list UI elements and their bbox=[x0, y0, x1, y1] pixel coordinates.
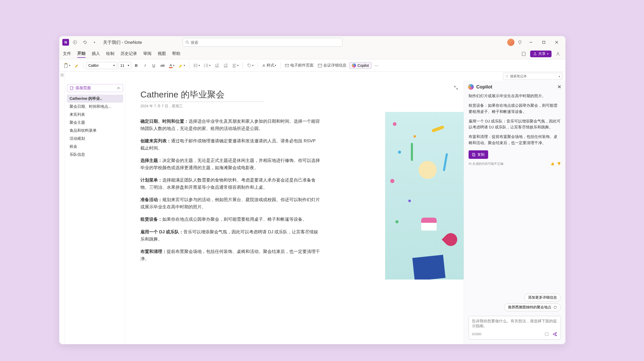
tag-button[interactable]: ▾ bbox=[245, 61, 255, 70]
copilot-conversation[interactable]: 制作幻灯片或展示毕业生在高中时期的照片。 租赁设备：如果你在地点或公园举办聚会，… bbox=[464, 93, 565, 292]
note-body[interactable]: 确定日期、时间和位置：选择适合毕业学生及其朋友和家人参加的日期和时间。选择一个能… bbox=[140, 118, 321, 262]
share-icon bbox=[533, 52, 537, 56]
global-search-input[interactable] bbox=[191, 40, 340, 45]
tab-home[interactable]: 开始 bbox=[77, 50, 86, 58]
format-painter[interactable] bbox=[73, 61, 81, 70]
align-button[interactable]: ▾ bbox=[231, 61, 240, 70]
note-paragraph[interactable]: 确定日期、时间和位置：选择适合毕业学生及其朋友和家人参加的日期和时间。选择一个能… bbox=[140, 118, 321, 132]
note-title[interactable]: Catherine 的毕业聚会 bbox=[140, 89, 456, 101]
party-image[interactable] bbox=[385, 112, 464, 280]
font-family-select[interactable]: Calibri▾ bbox=[86, 62, 117, 69]
note-paragraph[interactable]: 创建来宾列表：通过电子邮件或物理邀请确定要邀请和发送邀请的人员。请务必包括 RS… bbox=[140, 137, 321, 152]
svg-point-8 bbox=[194, 64, 195, 64]
styles-button[interactable]: A 样式▾ bbox=[260, 61, 278, 70]
italic-button[interactable]: I bbox=[141, 61, 149, 70]
tab-file[interactable]: 文件 bbox=[63, 50, 71, 58]
page-list-item[interactable]: 租金 bbox=[67, 143, 123, 151]
svg-text:A: A bbox=[262, 63, 265, 68]
indent-button[interactable] bbox=[222, 61, 230, 70]
maximize-icon bbox=[542, 41, 545, 44]
page-list-item[interactable]: 聚会日期、时间和地点... bbox=[67, 103, 123, 111]
comments-button[interactable] bbox=[554, 50, 562, 58]
ribbon-copilot-button[interactable]: Copilot bbox=[349, 62, 372, 69]
fullscreen-button[interactable] bbox=[454, 86, 458, 90]
copilot-logo-icon bbox=[468, 84, 474, 90]
copilot-close-button[interactable]: ✕ bbox=[557, 84, 561, 90]
page-list-item[interactable]: 活动规划 bbox=[67, 135, 123, 143]
prompt-guide-icon[interactable] bbox=[545, 332, 549, 336]
outdent-button[interactable] bbox=[213, 61, 221, 70]
copilot-panel: Copilot ✕ 制作幻灯片或展示毕业生在高中时期的照片。 租赁设备：如果你在… bbox=[464, 81, 565, 344]
tab-review[interactable]: 审阅 bbox=[143, 50, 151, 58]
page-list-sidebar: 添加页面 Catherine 的毕业..聚会日期、时间和地点...来宾列表聚会主… bbox=[65, 81, 125, 344]
tab-help[interactable]: 帮助 bbox=[172, 50, 180, 58]
page-list-item[interactable]: 食品和饮料菜单 bbox=[67, 127, 123, 135]
qat-dropdown[interactable]: ▾ bbox=[91, 38, 98, 46]
note-paragraph[interactable]: 雇用一个 DJ 或乐队：音乐可以增添聚会气氛，因此可以考虑聘请 DJ 或乐队，让… bbox=[140, 228, 321, 243]
share-button[interactable]: 共享 ▾ bbox=[530, 51, 552, 57]
titlebar: N ▾ 关于我们 - OneNote bbox=[59, 36, 565, 48]
font-color-button[interactable]: A▾ bbox=[167, 61, 176, 70]
highlight-button[interactable]: ▾ bbox=[177, 61, 187, 70]
bullets-icon bbox=[193, 63, 198, 68]
notes-mode-button[interactable] bbox=[520, 50, 528, 58]
note-paragraph[interactable]: 租赁设备：如果你在地点或公园举办聚会，则可能需要租用桌子、椅子和帐篷等设备。 bbox=[140, 216, 321, 223]
maximize-button[interactable] bbox=[538, 38, 549, 46]
premium-icon[interactable] bbox=[516, 38, 524, 46]
undo-button[interactable] bbox=[81, 38, 89, 46]
note-paragraph[interactable]: 选择主题：决定聚会的主题，无论是正式主题还是休闲主题，并相应地进行修饰。你可以选… bbox=[140, 157, 321, 171]
copilot-copy-button[interactable]: 复制 bbox=[469, 150, 488, 159]
tab-history[interactable]: 历史记录 bbox=[121, 50, 137, 58]
page-list-item[interactable]: 聚会主题 bbox=[67, 119, 123, 127]
nav-rail[interactable] bbox=[59, 72, 65, 344]
page-list-item[interactable]: 来宾列表 bbox=[67, 111, 123, 119]
numbering-button[interactable]: 123▾ bbox=[202, 61, 212, 70]
suggestion-chip[interactable]: 添加更多详细信息 bbox=[524, 294, 561, 301]
back-button[interactable] bbox=[71, 38, 79, 46]
page-list-item[interactable]: Catherine 的毕业.. bbox=[67, 95, 123, 103]
global-search[interactable] bbox=[183, 38, 342, 47]
user-avatar[interactable] bbox=[507, 39, 514, 46]
minimize-button[interactable] bbox=[525, 38, 537, 46]
copilot-input[interactable]: 告诉我你想要做什么。有关想法，请选择下面的提示指南。 0/2000 bbox=[469, 316, 561, 340]
bullets-button[interactable]: ▾ bbox=[192, 61, 201, 70]
send-button[interactable] bbox=[552, 332, 557, 337]
svg-point-32 bbox=[248, 64, 249, 65]
svg-text:3: 3 bbox=[204, 66, 205, 68]
note-paragraph[interactable]: 布置和清理：提前布置聚会场地，包括任何装饰、桌椅和活动。聚会结束后，也一定要清理… bbox=[140, 248, 321, 262]
hamburger-icon bbox=[60, 73, 64, 77]
underline-button[interactable]: U bbox=[150, 61, 158, 70]
copilot-msg: 布置和清理：提前布置聚会场地，包括任何装饰、桌椅和活动。聚会结束后，也一定要清理… bbox=[469, 134, 561, 146]
note-paragraph[interactable]: 计划菜单：选择能满足团队人数需要的食物和饮料。考虑是要请人承办宴会还是自己准备食… bbox=[140, 177, 321, 191]
page-list-item[interactable]: 乐队信息 bbox=[67, 151, 123, 159]
meeting-details-button[interactable]: 会议详细信息 bbox=[316, 61, 348, 70]
email-page-button[interactable]: 电子邮件页面 bbox=[283, 61, 315, 70]
add-page-button[interactable]: 添加页面 bbox=[67, 84, 123, 92]
note-canvas[interactable]: Catherine 的毕业聚会 2024 年 7 月 7 日，星期三 确定日期、… bbox=[125, 81, 464, 344]
tab-insert[interactable]: 插入 bbox=[92, 50, 100, 58]
chevron-down-icon: ▾ bbox=[547, 52, 548, 55]
copilot-msg: 制作幻灯片或展示毕业生在高中时期的照片。 bbox=[469, 93, 561, 99]
svg-point-12 bbox=[194, 66, 195, 67]
copilot-input-placeholder: 告诉我你想要做什么。有关想法，请选择下面的提示指南。 bbox=[472, 319, 557, 330]
send-icon bbox=[552, 332, 557, 337]
tab-view[interactable]: 视图 bbox=[158, 50, 166, 58]
sort-icon[interactable] bbox=[117, 86, 120, 90]
expand-icon bbox=[454, 86, 458, 90]
close-button[interactable] bbox=[551, 38, 562, 46]
font-size-select[interactable]: 11▾ bbox=[118, 62, 131, 69]
tab-draw[interactable]: 绘制 bbox=[106, 50, 114, 58]
note-paragraph[interactable]: 准备活动：规划来宾可以参与的活动，例如照片展台、庭院游戏或校园。你还可以制作幻灯… bbox=[140, 196, 321, 211]
undo-icon bbox=[83, 40, 87, 44]
app-window: N ▾ 关于我们 - OneNote bbox=[59, 36, 565, 344]
bold-button[interactable]: B bbox=[132, 61, 140, 70]
ribbon-overflow[interactable]: ⋯ bbox=[373, 61, 380, 70]
thumbs-down-button[interactable]: 👎 bbox=[557, 161, 561, 166]
thumbs-up-button[interactable]: 👍 bbox=[550, 161, 554, 166]
search-icon bbox=[185, 40, 189, 44]
paste-button[interactable]: ▾ bbox=[62, 61, 72, 70]
strikethrough-button[interactable]: ab bbox=[159, 61, 166, 70]
suggestion-chip[interactable]: 推荐西雅图独特的聚会地点 bbox=[504, 303, 561, 311]
title-underline bbox=[140, 102, 264, 102]
notebook-search[interactable]: 搜索笔记本 ▾ bbox=[503, 73, 562, 80]
